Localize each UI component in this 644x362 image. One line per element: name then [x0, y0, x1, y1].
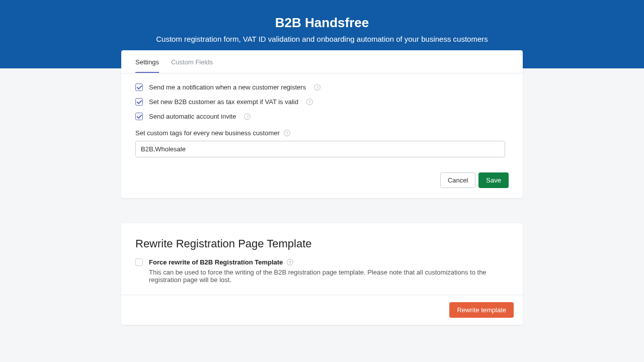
force-rewrite-checkbox[interactable] [135, 258, 143, 266]
notify-row: Send me a notification when a new custom… [135, 83, 509, 91]
help-icon[interactable]: ? [244, 113, 251, 120]
rewrite-checkbox-label: Force rewrite of B2B Registration Templa… [149, 258, 283, 266]
tags-label: Set custom tags for every new business c… [135, 129, 280, 137]
auto-invite-label: Send automatic account invite [149, 113, 236, 120]
tags-input[interactable] [135, 141, 505, 157]
tax-exempt-row: Set new B2B customer as tax exempt if VA… [135, 98, 509, 106]
header-subtitle: Custom registration form, VAT ID validat… [10, 35, 634, 43]
tabs: Settings Custom Fields [121, 50, 523, 73]
settings-card: Settings Custom Fields Send me a notific… [121, 50, 523, 198]
rewrite-checkbox-label-row: Force rewrite of B2B Registration Templa… [149, 258, 509, 266]
tax-exempt-label: Set new B2B customer as tax exempt if VA… [149, 98, 298, 106]
rewrite-title: Rewrite Registration Page Template [121, 223, 523, 258]
rewrite-card: Rewrite Registration Page Template Force… [121, 223, 523, 325]
help-icon[interactable]: ? [314, 84, 320, 90]
rewrite-text: Force rewrite of B2B Registration Templa… [149, 258, 509, 284]
rewrite-row: Force rewrite of B2B Registration Templa… [135, 258, 509, 284]
rewrite-template-button[interactable]: Rewrite template [449, 302, 514, 318]
cancel-button[interactable]: Cancel [440, 172, 475, 188]
rewrite-body: Force rewrite of B2B Registration Templa… [121, 258, 523, 295]
auto-invite-row: Send automatic account invite ? [135, 113, 509, 120]
notify-checkbox[interactable] [135, 83, 143, 91]
help-icon[interactable]: ? [284, 130, 290, 136]
rewrite-description: This can be used to force the writing of… [149, 268, 509, 284]
help-icon[interactable]: ? [287, 259, 293, 265]
notify-label: Send me a notification when a new custom… [149, 83, 306, 91]
header-title: B2B Handsfree [10, 15, 634, 31]
tax-exempt-checkbox[interactable] [135, 98, 143, 106]
tab-custom-fields[interactable]: Custom Fields [171, 50, 213, 73]
auto-invite-checkbox[interactable] [135, 113, 143, 120]
settings-body: Send me a notification when a new custom… [121, 73, 523, 172]
rewrite-footer: Rewrite template [121, 295, 523, 325]
main-container: Settings Custom Fields Send me a notific… [121, 50, 523, 325]
tags-label-row: Set custom tags for every new business c… [135, 129, 509, 137]
save-button[interactable]: Save [478, 172, 509, 188]
tab-settings[interactable]: Settings [135, 50, 159, 73]
help-icon[interactable]: ? [306, 99, 313, 105]
settings-footer: Cancel Save [121, 172, 523, 198]
